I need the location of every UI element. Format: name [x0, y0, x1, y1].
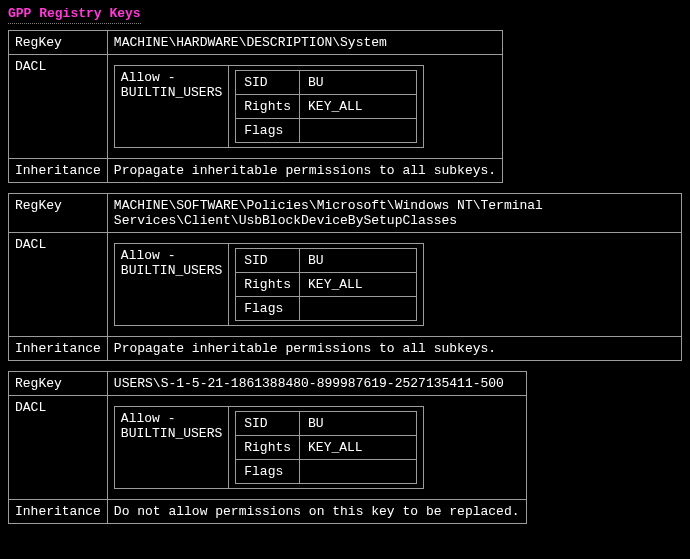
dacl-detail: SID BU Rights KEY_ALL: [229, 244, 424, 326]
value-sid: BU: [300, 249, 417, 273]
label-allow-builtin-users: Allow - BUILTIN_USERS: [114, 407, 228, 489]
section-title: GPP Registry Keys: [8, 6, 141, 24]
value-dacl: Allow - BUILTIN_USERS SID BU: [107, 233, 681, 337]
registry-table: RegKey MACHINE\HARDWARE\DESCRIPTION\Syst…: [8, 30, 503, 183]
label-inheritance: Inheritance: [9, 500, 108, 524]
label-flags: Flags: [236, 460, 300, 484]
label-sid: SID: [236, 71, 300, 95]
registry-table: RegKey MACHINE\SOFTWARE\Policies\Microso…: [8, 193, 682, 361]
dacl-table: Allow - BUILTIN_USERS SID BU: [114, 406, 424, 489]
label-flags: Flags: [236, 119, 300, 143]
registry-table: RegKey USERS\S-1-5-21-1861388480-8999876…: [8, 371, 527, 524]
label-sid: SID: [236, 412, 300, 436]
value-sid: BU: [300, 71, 417, 95]
dacl-inner-table: SID BU Rights KEY_ALL: [235, 70, 417, 143]
value-inheritance: Propagate inheritable permissions to all…: [107, 159, 502, 183]
value-flags: [300, 460, 417, 484]
value-regkey: USERS\S-1-5-21-1861388480-899987619-2527…: [107, 372, 526, 396]
label-inheritance: Inheritance: [9, 337, 108, 361]
value-rights: KEY_ALL: [300, 436, 417, 460]
registry-entry: RegKey MACHINE\SOFTWARE\Policies\Microso…: [8, 193, 682, 361]
dacl-table: Allow - BUILTIN_USERS SID BU: [114, 65, 424, 148]
label-regkey: RegKey: [9, 31, 108, 55]
value-rights: KEY_ALL: [300, 273, 417, 297]
dacl-inner-table: SID BU Rights KEY_ALL: [235, 411, 417, 484]
value-rights: KEY_ALL: [300, 95, 417, 119]
dacl-table: Allow - BUILTIN_USERS SID BU: [114, 243, 424, 326]
registry-entry: RegKey USERS\S-1-5-21-1861388480-8999876…: [8, 371, 682, 524]
label-rights: Rights: [236, 436, 300, 460]
label-flags: Flags: [236, 297, 300, 321]
value-dacl: Allow - BUILTIN_USERS SID BU: [107, 396, 526, 500]
label-rights: Rights: [236, 273, 300, 297]
label-allow-builtin-users: Allow - BUILTIN_USERS: [114, 244, 228, 326]
dacl-inner-table: SID BU Rights KEY_ALL: [235, 248, 417, 321]
dacl-detail: SID BU Rights KEY_ALL: [229, 66, 424, 148]
label-regkey: RegKey: [9, 194, 108, 233]
value-dacl: Allow - BUILTIN_USERS SID BU: [107, 55, 502, 159]
label-inheritance: Inheritance: [9, 159, 108, 183]
label-rights: Rights: [236, 95, 300, 119]
value-regkey: MACHINE\SOFTWARE\Policies\Microsoft\Wind…: [107, 194, 681, 233]
label-dacl: DACL: [9, 55, 108, 159]
value-inheritance: Do not allow permissions on this key to …: [107, 500, 526, 524]
registry-entry: RegKey MACHINE\HARDWARE\DESCRIPTION\Syst…: [8, 30, 682, 183]
label-dacl: DACL: [9, 233, 108, 337]
label-dacl: DACL: [9, 396, 108, 500]
value-regkey: MACHINE\HARDWARE\DESCRIPTION\System: [107, 31, 502, 55]
label-allow-builtin-users: Allow - BUILTIN_USERS: [114, 66, 228, 148]
dacl-detail: SID BU Rights KEY_ALL: [229, 407, 424, 489]
label-sid: SID: [236, 249, 300, 273]
label-regkey: RegKey: [9, 372, 108, 396]
value-flags: [300, 297, 417, 321]
value-flags: [300, 119, 417, 143]
value-inheritance: Propagate inheritable permissions to all…: [107, 337, 681, 361]
value-sid: BU: [300, 412, 417, 436]
